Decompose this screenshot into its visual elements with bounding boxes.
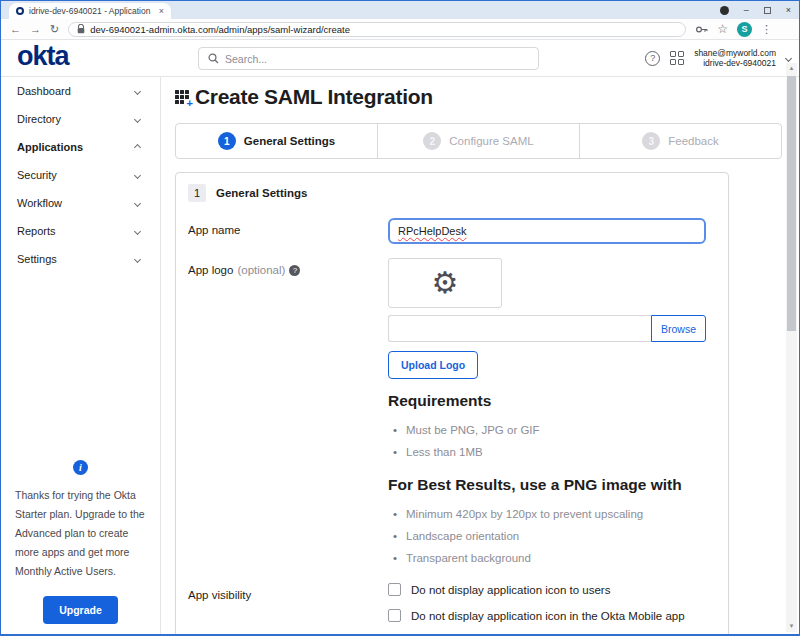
sidebar-item-directory[interactable]: Directory	[1, 105, 160, 133]
requirements-title: Requirements	[388, 392, 716, 410]
chevron-down-icon	[134, 87, 141, 94]
step-label: General Settings	[244, 135, 335, 147]
address-bar[interactable]: dev-6940021-admin.okta.com/admin/apps/sa…	[68, 22, 686, 37]
checkbox-label: Do not display application icon to users	[411, 584, 610, 596]
url-text: dev-6940021-admin.okta.com/admin/apps/sa…	[90, 24, 350, 35]
list-item: • Transparent background	[388, 547, 716, 569]
sidebar-item-settings[interactable]: Settings	[1, 245, 160, 273]
page-scrollbar[interactable]: ▲ ▼	[786, 63, 797, 632]
sidebar-item-dashboard[interactable]: Dashboard	[1, 77, 160, 105]
step-feedback[interactable]: 3 Feedback	[580, 124, 781, 158]
apps-grid-icon[interactable]	[670, 51, 684, 65]
app-name-input[interactable]: RPcHelpDesk	[388, 218, 706, 244]
app-visibility-label: App visibility	[188, 583, 388, 634]
step-general-settings[interactable]: 1 General Settings	[176, 124, 378, 158]
minimize-button[interactable]: –	[744, 5, 749, 15]
section-number-badge: 1	[188, 184, 206, 202]
main-content: + Create SAML Integration 1 General Sett…	[162, 77, 785, 634]
sidebar-item-workflow[interactable]: Workflow	[1, 189, 160, 217]
step-number: 2	[423, 132, 441, 150]
sidebar-item-label: Security	[17, 169, 57, 181]
visibility-option-users[interactable]: Do not display application icon to users	[388, 583, 716, 596]
upgrade-button[interactable]: Upgrade	[43, 596, 118, 624]
scroll-up-icon[interactable]: ▲	[786, 63, 797, 74]
bullet-icon: •	[393, 441, 397, 463]
step-number: 1	[218, 132, 236, 150]
plan-upsell-box: i Thanks for trying the Okta Starter pla…	[1, 460, 160, 624]
sidebar-item-applications[interactable]: Applications	[1, 133, 160, 161]
app-name-row: App name RPcHelpDesk	[188, 218, 716, 244]
user-menu[interactable]: shane@myworld.com idrive-dev-6940021	[694, 48, 776, 69]
app-body: Dashboard Directory Applications Securit…	[1, 77, 799, 634]
chevron-down-icon[interactable]	[785, 54, 792, 61]
chevron-down-icon	[134, 255, 141, 262]
bullet-icon: •	[393, 547, 397, 569]
browser-toolbar: ← → ↻ dev-6940021-admin.okta.com/admin/a…	[1, 19, 799, 40]
list-item: • Landscape orientation	[388, 525, 716, 547]
bookmark-star-icon[interactable]: ☆	[717, 22, 728, 36]
checkbox[interactable]	[388, 609, 401, 622]
maximize-button[interactable]	[764, 7, 771, 14]
sidebar: Dashboard Directory Applications Securit…	[1, 77, 161, 634]
bullet-icon: •	[393, 503, 397, 525]
tab-title: idrive-dev-6940021 - Application	[29, 6, 154, 16]
app-logo-row: App logo (optional) ? ⚙ Browse Upload Lo…	[188, 258, 716, 569]
app-visibility-row: App visibility Do not display applicatio…	[188, 583, 716, 634]
plan-note: Thanks for trying the Okta Starter plan.…	[15, 486, 146, 581]
browse-button[interactable]: Browse	[651, 315, 706, 342]
chevron-up-icon	[134, 143, 141, 150]
sidebar-item-security[interactable]: Security	[1, 161, 160, 189]
app-logo-label: App logo	[188, 264, 233, 276]
create-app-icon: +	[175, 90, 190, 105]
logo-preview-box: ⚙	[388, 258, 502, 308]
record-dot-icon[interactable]	[720, 6, 729, 15]
user-org: idrive-dev-6940021	[694, 58, 776, 69]
forward-icon[interactable]: →	[30, 24, 41, 35]
list-item: • Less than 1MB	[388, 441, 716, 463]
checkbox-label: Do not display application icon in the O…	[411, 610, 685, 622]
upload-logo-button[interactable]: Upload Logo	[388, 351, 478, 379]
logo-file-input[interactable]	[388, 315, 651, 342]
bullet-icon: •	[393, 419, 397, 441]
app-name-value: RPcHelpDesk	[398, 225, 466, 237]
bullet-icon: •	[393, 525, 397, 547]
search-icon	[208, 53, 219, 64]
browser-window: idrive-dev-6940021 - Application × – × ←…	[0, 0, 800, 636]
help-icon[interactable]: ?	[645, 51, 660, 66]
page-title-row: + Create SAML Integration	[175, 85, 785, 109]
header-right-cluster: ? shane@myworld.com idrive-dev-6940021	[645, 40, 791, 76]
step-configure-saml[interactable]: 2 Configure SAML	[378, 124, 580, 158]
scroll-down-icon[interactable]: ▼	[786, 621, 797, 632]
step-label: Configure SAML	[449, 135, 533, 147]
browser-avatar[interactable]: S	[737, 22, 752, 37]
key-icon[interactable]	[695, 23, 708, 36]
sidebar-item-reports[interactable]: Reports	[1, 217, 160, 245]
user-email: shane@myworld.com	[694, 48, 776, 59]
okta-logo[interactable]: okta	[17, 41, 69, 72]
chevron-down-icon	[134, 199, 141, 206]
tooltip-help-icon[interactable]: ?	[289, 265, 300, 276]
scrollbar-thumb[interactable]	[787, 76, 796, 331]
section-title: General Settings	[216, 187, 307, 199]
chevron-down-icon	[134, 171, 141, 178]
tab-close-icon[interactable]: ×	[159, 6, 164, 16]
browser-menu-icon[interactable]: ⋮	[761, 23, 772, 36]
global-search-input[interactable]: Search...	[198, 47, 539, 70]
browser-titlebar: idrive-dev-6940021 - Application × – ×	[1, 1, 799, 19]
sidebar-item-label: Dashboard	[17, 85, 71, 97]
panel-header: 1 General Settings	[188, 184, 716, 202]
visibility-option-mobile[interactable]: Do not display application icon in the O…	[388, 609, 716, 622]
search-placeholder: Search...	[225, 53, 267, 65]
sidebar-item-label: Reports	[17, 225, 56, 237]
chevron-down-icon	[134, 227, 141, 234]
close-window-button[interactable]: ×	[786, 5, 791, 15]
reload-icon[interactable]: ↻	[50, 24, 59, 35]
general-settings-panel: 1 General Settings App name RPcHelpDesk	[175, 172, 729, 634]
checkbox[interactable]	[388, 583, 401, 596]
page-title: Create SAML Integration	[195, 85, 433, 109]
browser-tab[interactable]: idrive-dev-6940021 - Application ×	[9, 3, 171, 19]
back-icon[interactable]: ←	[10, 24, 21, 35]
sidebar-item-label: Workflow	[17, 197, 62, 209]
okta-favicon-icon	[16, 7, 24, 15]
app-logo-optional-label: (optional)	[237, 264, 285, 276]
